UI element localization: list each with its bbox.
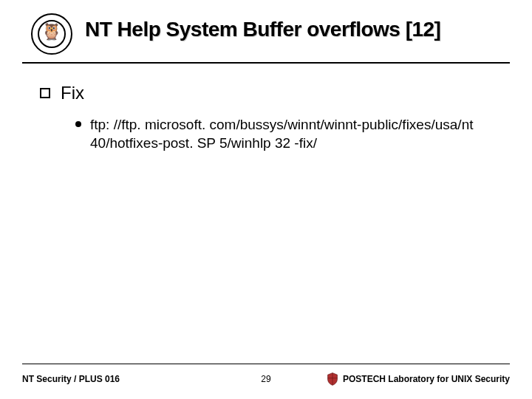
footer-left: NT Security / PLUS 016 — [22, 374, 244, 384]
slide: 🦉 NT Help System Buffer overflows [12] F… — [0, 0, 532, 399]
header-divider — [22, 62, 510, 64]
bullet-level1: Fix — [40, 83, 502, 103]
body: Fix ftp: //ftp. microsoft. com/bussys/wi… — [40, 83, 502, 152]
postech-shield-icon — [327, 372, 338, 386]
owl-icon: 🦉 — [41, 24, 61, 40]
footer-divider — [22, 364, 510, 364]
bullet-level2-text: ftp: //ftp. microsoft. com/bussys/winnt/… — [90, 115, 482, 152]
page-number: 29 — [244, 374, 288, 384]
footer-right-label: POSTECH Laboratory for UNIX Security — [343, 374, 510, 384]
owl-seal-logo: 🦉 — [31, 13, 72, 55]
header: 🦉 NT Help System Buffer overflows [12] — [22, 12, 510, 68]
footer-row: NT Security / PLUS 016 29 POSTECH Labora… — [22, 372, 510, 386]
bullet-level2: ftp: //ftp. microsoft. com/bussys/winnt/… — [75, 115, 502, 152]
square-bullet-icon — [40, 88, 50, 98]
slide-title: NT Help System Buffer overflows [12] — [85, 18, 510, 41]
footer-right: POSTECH Laboratory for UNIX Security — [288, 372, 510, 386]
bullet-level1-label: Fix — [61, 83, 84, 103]
footer: NT Security / PLUS 016 29 POSTECH Labora… — [22, 372, 510, 386]
disc-bullet-icon — [75, 121, 81, 127]
